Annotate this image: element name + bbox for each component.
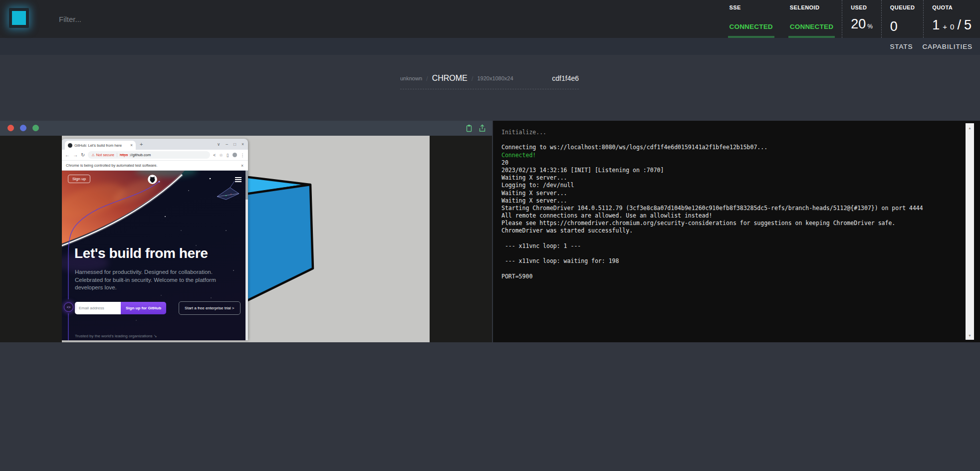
email-field[interactable]: Email address (75, 302, 121, 314)
quota-total: 5 (964, 18, 972, 32)
status-bar: SSE CONNECTED SELENOID CONNECTED USED 20… (721, 0, 980, 38)
sub-nav: STATS CAPABILITIES (0, 38, 980, 55)
trusted-text: Trusted by the world's leading organizat… (75, 334, 157, 338)
selenoid-label: SELENOID (790, 4, 833, 10)
session-id: cdf1f4e6 (552, 74, 579, 82)
selenoid-status-badge: CONNECTED (790, 23, 833, 30)
sse-label: SSE (730, 4, 773, 10)
scroll-down-icon[interactable]: ▼ (966, 332, 974, 339)
log-line: Connecting to ws://localhost:8080/ws/log… (501, 144, 955, 151)
github-logo-icon[interactable] (147, 174, 158, 185)
maximize-icon[interactable]: □ (234, 142, 236, 147)
queued-label: QUEUED (890, 4, 915, 10)
share-icon[interactable]: < (213, 153, 216, 158)
used-value: 20% (851, 17, 873, 33)
upload-icon[interactable] (479, 124, 486, 132)
enterprise-trial-button[interactable]: Start a free enterprise trial > (179, 301, 240, 315)
omnibox-divider (117, 153, 117, 157)
status-queued: QUEUED 0 (881, 0, 923, 38)
app-header: SSE CONNECTED SELENOID CONNECTED USED 20… (0, 0, 980, 38)
traffic-light-green-icon[interactable] (32, 125, 39, 131)
log-line (501, 265, 955, 272)
used-label: USED (851, 4, 873, 10)
status-sse: SSE CONNECTED (721, 0, 781, 38)
tab-capabilities[interactable]: CAPABILITIES (922, 43, 973, 50)
log-line: Waiting X server... (501, 190, 955, 197)
status-used: USED 20% (842, 0, 881, 38)
used-unit: % (867, 23, 873, 30)
log-line: --- x11vnc loop: waiting for: 198 (501, 257, 955, 265)
log-line: Starting ChromeDriver 104.0.5112.79 (3cf… (501, 205, 955, 212)
session-separator: / (472, 75, 474, 82)
tab-title: GitHub: Let's build from here (74, 143, 128, 148)
https-struck: https (120, 153, 128, 157)
log-line: Please see https://chromedriver.chromium… (501, 220, 955, 227)
reload-icon[interactable]: ↻ (81, 152, 85, 158)
tab-close-icon[interactable]: × (130, 143, 133, 148)
vnc-actions (466, 124, 486, 132)
github-signup-button[interactable]: Sign up for GitHub (121, 302, 166, 314)
session-row[interactable]: unknown / CHROME / 1920x1080x24 cdf1f4e6 (400, 68, 579, 89)
url-text: ://github.com (129, 153, 151, 157)
minimize-icon[interactable]: – (226, 142, 228, 147)
vnc-remote-screen[interactable]: GitHub: Let's build from here × + ∨ – □ … (62, 136, 430, 342)
github-favicon-icon (68, 143, 72, 148)
github-page-viewport: Sign up Let's build from here Harnessed … (62, 171, 248, 340)
profile-avatar[interactable] (233, 153, 237, 157)
not-secure-label: Not secure (96, 153, 114, 157)
used-percent: 20 (851, 16, 866, 31)
side-panel-icon[interactable]: ▯ (227, 153, 229, 158)
log-line: PORT=5900 (501, 273, 955, 280)
hamburger-menu-icon[interactable] (235, 177, 242, 183)
log-line: 20 (501, 159, 955, 167)
quota-slash: / (957, 18, 961, 32)
status-quota: QUOTA 1+0/5 (923, 0, 980, 38)
log-line: ChromeDriver was started successfully. (501, 227, 955, 235)
back-icon[interactable]: ← (65, 152, 70, 158)
address-bar[interactable]: ⚠ Not secure https ://github.com (88, 151, 210, 159)
log-line: Connected! (501, 152, 955, 159)
github-signup-small-button[interactable]: Sign up (68, 175, 90, 183)
close-icon[interactable]: × (242, 142, 244, 147)
log-line: Waiting X server... (501, 197, 955, 205)
log-line: 2023/02/13 14:32:16 [INIT] [Listening on… (501, 167, 955, 174)
traffic-light-blue-icon[interactable] (20, 125, 26, 131)
github-cta-row: Email address Sign up for GitHub Start a… (75, 301, 241, 315)
filter-input[interactable] (58, 9, 240, 29)
code-badge-icon: <> (64, 302, 73, 312)
new-tab-icon[interactable]: + (140, 141, 143, 147)
scroll-up-icon[interactable]: ▲ (966, 124, 974, 131)
infobar-text: Chrome is being controlled by automated … (66, 163, 157, 168)
quota-label: QUOTA (932, 4, 972, 10)
remote-browser-window[interactable]: GitHub: Let's build from here × + ∨ – □ … (62, 139, 248, 340)
log-line: Logging to: /dev/null (501, 182, 955, 189)
tab-search-icon[interactable]: ∨ (217, 142, 220, 147)
selenoid-connected-indicator (788, 36, 835, 38)
session-info: unknown / CHROME / 1920x1080x24 (400, 74, 513, 83)
github-hero-paragraph: Harnessed for productivity. Designed for… (75, 268, 231, 292)
traffic-light-red-icon[interactable] (7, 125, 14, 131)
sse-status-badge: CONNECTED (730, 23, 773, 30)
star-icon[interactable]: ☆ (219, 153, 223, 158)
session-separator: / (426, 75, 428, 82)
kebab-menu-icon[interactable]: ⋮ (241, 153, 245, 158)
browser-tabstrip: GitHub: Let's build from here × + ∨ – □ … (62, 139, 248, 150)
tab-stats[interactable]: STATS (890, 43, 913, 50)
session-quota-name: unknown (400, 75, 422, 81)
status-selenoid: SELENOID CONNECTED (781, 0, 842, 38)
log-line: All remote connections are allowed. Use … (501, 212, 955, 220)
session-log-panel: Initialize... Connecting to ws://localho… (493, 121, 980, 342)
quota-pending: 0 (950, 20, 954, 33)
vnc-canvas: GitHub: Let's build from here × + ∨ – □ … (0, 136, 492, 342)
browser-tab[interactable]: GitHub: Let's build from here × (65, 141, 136, 150)
session-browser-name: CHROME (432, 74, 468, 83)
log-line (501, 136, 955, 144)
github-hero-heading: Let's build from here (74, 245, 208, 261)
browser-toolbar: ← → ↻ ⚠ Not secure https ://github.com <… (62, 150, 248, 161)
log-scrollbar[interactable]: ▲ ▼ (966, 123, 974, 340)
browser-scrollbar-thumb[interactable] (245, 171, 248, 200)
browser-scrollbar[interactable] (245, 171, 248, 340)
infobar-close-icon[interactable]: × (241, 163, 244, 168)
forward-icon[interactable]: → (73, 152, 78, 158)
clipboard-icon[interactable] (466, 124, 473, 132)
